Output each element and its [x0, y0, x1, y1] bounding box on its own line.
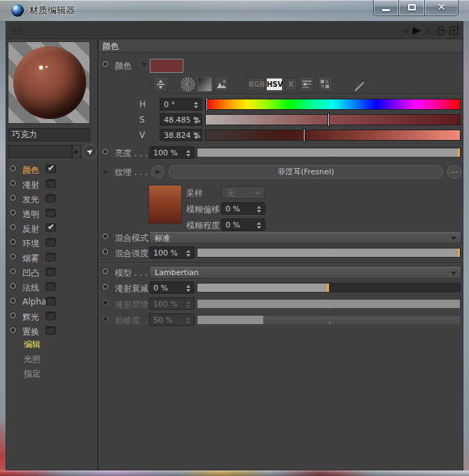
channel-label[interactable]: 透明 — [22, 209, 39, 220]
preview-mode-field[interactable] — [8, 145, 72, 158]
model-dropdown[interactable]: Lambertian — [149, 266, 461, 279]
add-icon[interactable] — [449, 26, 458, 35]
channel-checkbox[interactable]: ✔ — [46, 238, 56, 247]
channel-checkbox[interactable]: ✔ — [46, 326, 56, 335]
eyedropper-icon[interactable] — [354, 77, 370, 92]
slider-handle[interactable] — [458, 248, 460, 257]
spinner-arrows-icon[interactable] — [186, 284, 191, 293]
pick-material-button[interactable]: ➤ — [83, 144, 97, 159]
color-wheel-icon[interactable] — [181, 77, 195, 92]
rgb-mode-button[interactable]: RGB — [248, 78, 265, 91]
hue-value-field[interactable]: 0 ° — [160, 98, 202, 111]
value-value-field[interactable]: 38.824 % — [160, 129, 202, 141]
channel-row-environment[interactable]: 环境 ✔ — [6, 236, 97, 251]
close-button[interactable]: ✕ — [425, 0, 458, 16]
channel-checkbox[interactable]: ✔ — [46, 194, 56, 203]
brightness-slider[interactable] — [197, 148, 461, 158]
channel-row-luminance[interactable]: 发光 ✔ — [6, 192, 97, 206]
channel-checkbox[interactable]: ✔ — [46, 179, 56, 188]
channel-row-bump[interactable]: 凹凸 ✔ — [6, 265, 97, 280]
texture-preview-button[interactable]: ▶ — [151, 165, 164, 178]
channel-label[interactable]: 置换 — [22, 326, 39, 338]
page-illumination[interactable]: 光照 — [6, 353, 97, 368]
texture-shader-button[interactable]: 菲涅耳(Fresnel) — [169, 165, 443, 178]
material-name-input[interactable] — [8, 128, 90, 141]
swatches-mode-icon[interactable] — [318, 77, 332, 92]
channel-checkbox[interactable]: ✔ — [46, 282, 56, 291]
radio-icon[interactable] — [10, 327, 16, 333]
preview-mode-arrow-icon[interactable]: ▶ — [72, 145, 81, 158]
spinner-arrows-icon[interactable] — [194, 116, 199, 125]
radio-icon[interactable] — [10, 209, 16, 216]
expander-icon[interactable]: ▶ — [104, 168, 108, 175]
channel-checkbox[interactable]: ✔ — [46, 312, 56, 321]
channel-label[interactable]: 发光 — [22, 194, 39, 206]
slider-handle[interactable] — [458, 148, 460, 157]
titlebar[interactable]: 材质编辑器 ✕ — [0, 0, 469, 21]
channel-label[interactable]: 反射 — [22, 223, 39, 235]
blur-offset-field[interactable]: 0 % — [221, 202, 265, 215]
slider-handle[interactable] — [327, 284, 329, 292]
up-icon[interactable]: ▲ — [425, 26, 432, 35]
brightness-value-field[interactable]: 100 % — [149, 146, 195, 159]
channel-row-glow[interactable]: 辉光 ✔ — [6, 309, 97, 324]
radio-icon[interactable] — [102, 148, 108, 155]
channel-row-displacement[interactable]: 置换 ✔ — [6, 324, 97, 339]
channel-row-fog[interactable]: 烟雾 ✔ — [6, 251, 97, 265]
color-swatch[interactable] — [150, 59, 183, 73]
channel-row-alpha[interactable]: Alpha ✔ — [6, 295, 97, 309]
radio-icon[interactable] — [10, 180, 16, 186]
caret-down-icon[interactable] — [141, 63, 147, 66]
saturation-value-field[interactable]: 48.485 % — [160, 113, 202, 126]
radio-icon[interactable] — [102, 284, 108, 290]
blur-scale-field[interactable]: 0 % — [221, 218, 265, 231]
diffuse-falloff-slider[interactable] — [197, 283, 461, 293]
radio-icon[interactable] — [10, 224, 16, 230]
image-picker-icon[interactable] — [214, 77, 229, 92]
mix-strength-field[interactable]: 100 % — [149, 246, 195, 259]
radio-icon[interactable] — [102, 61, 108, 67]
mix-mode-dropdown[interactable]: 标准 — [149, 231, 461, 244]
channel-checkbox[interactable]: ✔ — [46, 209, 56, 218]
saturation-slider-handle[interactable] — [328, 113, 330, 127]
radio-icon[interactable] — [10, 312, 16, 318]
channel-checkbox[interactable]: ✔ — [46, 297, 56, 306]
texture-browse-button[interactable]: ... — [447, 165, 461, 178]
radio-icon[interactable] — [10, 253, 16, 260]
saturation-slider[interactable] — [205, 114, 461, 125]
spinner-arrows-icon[interactable] — [194, 132, 199, 140]
channel-label[interactable]: 环境 — [22, 238, 39, 250]
channel-row-diffusion[interactable]: 漫射 ✔ — [6, 177, 97, 192]
radio-icon[interactable] — [10, 283, 16, 289]
radio-icon[interactable] — [10, 165, 16, 172]
forward-icon[interactable]: ▶ — [412, 25, 421, 36]
value-slider-handle[interactable] — [303, 128, 305, 142]
spinner-arrows-icon[interactable] — [186, 249, 191, 258]
channel-label[interactable]: Alpha — [22, 297, 46, 307]
minimize-button[interactable] — [373, 0, 398, 16]
gradient-spectrum-icon[interactable] — [197, 77, 212, 92]
channel-row-reflectance[interactable]: 反射 ✔ — [6, 221, 97, 236]
hsv-mode-button[interactable]: HSV — [266, 78, 283, 91]
radio-icon[interactable] — [102, 248, 108, 255]
channel-checkbox[interactable]: ✔ — [46, 223, 56, 232]
diffuse-falloff-field[interactable]: 0 % — [149, 281, 195, 294]
spinner-arrows-icon[interactable] — [194, 101, 199, 109]
back-icon[interactable]: ◀ — [401, 26, 408, 35]
value-slider[interactable] — [205, 130, 461, 141]
channel-checkbox[interactable]: ✔ — [46, 164, 56, 174]
mix-strength-slider[interactable] — [197, 248, 461, 258]
channel-checkbox[interactable]: ✔ — [46, 267, 56, 276]
page-assign[interactable]: 指定 — [6, 368, 97, 382]
channel-label[interactable]: 漫射 — [22, 179, 39, 191]
channel-label[interactable]: 辉光 — [22, 312, 39, 323]
channel-row-transparency[interactable]: 透明 ✔ — [6, 206, 97, 221]
mixer-mode-icon[interactable] — [300, 77, 314, 92]
channel-row-color[interactable]: 颜色 ✔ — [6, 162, 97, 177]
channel-checkbox[interactable]: ✔ — [46, 253, 56, 262]
channel-label[interactable]: 颜色 — [22, 164, 39, 176]
radio-icon[interactable] — [10, 239, 16, 245]
channel-label[interactable]: 烟雾 — [22, 253, 39, 265]
sampling-dropdown[interactable]: 无 — [221, 186, 265, 199]
hue-slider[interactable] — [205, 99, 461, 110]
